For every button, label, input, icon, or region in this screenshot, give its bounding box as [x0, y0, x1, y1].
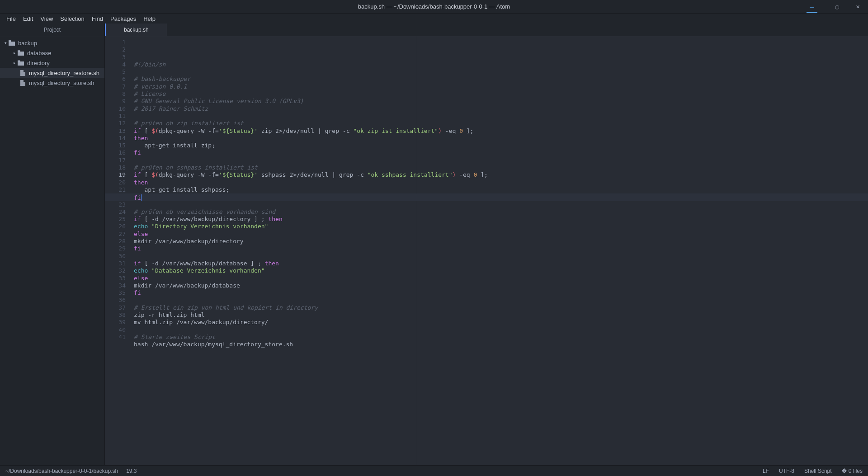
file-icon — [19, 70, 26, 76]
code-line[interactable]: # prüfen on sshpass installiert ist — [134, 164, 868, 171]
status-cursor-pos[interactable]: 19:3 — [126, 468, 137, 474]
line-number: 26 — [105, 223, 126, 230]
code-line[interactable]: echo "Database Verzeichnis vorhanden" — [134, 267, 868, 274]
line-gutter: 1234567891011121314151617181920212223242… — [105, 36, 129, 465]
file-icon — [19, 80, 26, 86]
status-eol[interactable]: LF — [763, 468, 769, 474]
code-line[interactable]: fi — [134, 289, 868, 297]
status-grammar[interactable]: Shell Script — [804, 468, 832, 474]
tree-root[interactable]: ▾ backup — [0, 38, 104, 48]
tree-root-label: backup — [18, 40, 37, 47]
line-number: 23 — [105, 201, 126, 208]
code-line[interactable]: mkdir /var/www/backup/database — [134, 282, 868, 289]
line-number: 31 — [105, 260, 126, 267]
line-number: 33 — [105, 275, 126, 282]
folder-icon — [17, 50, 24, 56]
line-number: 17 — [105, 157, 126, 164]
code-line[interactable]: # License — [134, 90, 868, 98]
code-area[interactable]: #!/bin/sh# bash-backupper# version 0.0.1… — [129, 36, 868, 465]
code-line[interactable] — [134, 297, 868, 304]
code-line[interactable]: # prüfen ob verzeichnisse vorhanden sind — [134, 208, 868, 216]
line-number: 2 — [105, 46, 126, 53]
minimize-button[interactable] — [807, 0, 817, 13]
code-line[interactable]: bash /var/www/backup/mysql_directory_sto… — [134, 341, 868, 348]
menu-file[interactable]: File — [3, 14, 19, 23]
code-line[interactable]: # bash-backupper — [134, 75, 868, 83]
code-line[interactable]: then — [134, 179, 868, 186]
line-number: 28 — [105, 238, 126, 245]
line-number: 41 — [105, 334, 126, 341]
code-line[interactable]: else — [134, 231, 868, 238]
line-number: 38 — [105, 311, 126, 319]
tab-backup-sh[interactable]: backup.sh — [105, 24, 167, 36]
text-cursor — [141, 194, 142, 201]
menu-selection[interactable]: Selection — [57, 14, 88, 23]
code-line[interactable]: if [ -d /var/www/backup/database ] ; the… — [134, 260, 868, 267]
code-line[interactable]: # Erstellt ein zip von html und kopiert … — [134, 304, 868, 311]
code-line[interactable]: #!/bin/sh — [134, 61, 868, 68]
code-line[interactable]: mv html.zip /var/www/backup/directory/ — [134, 319, 868, 326]
close-button[interactable] — [847, 0, 868, 14]
code-line[interactable]: if [ -d /var/www/backup/directory ] ; th… — [134, 216, 868, 223]
code-line[interactable] — [134, 113, 868, 120]
line-number: 20 — [105, 179, 126, 186]
tree-item-label: mysql_directory_restore.sh — [29, 70, 99, 76]
line-number: 25 — [105, 216, 126, 223]
code-line[interactable] — [134, 157, 868, 164]
menu-view[interactable]: View — [37, 14, 57, 23]
tree-file-restore[interactable]: mysql_directory_restore.sh — [0, 68, 104, 78]
menu-edit[interactable]: Edit — [19, 14, 37, 23]
code-line[interactable]: apt-get install zip; — [134, 142, 868, 149]
code-line[interactable] — [134, 68, 868, 75]
git-icon — [842, 468, 849, 474]
line-number: 30 — [105, 253, 126, 260]
tree-item-label: database — [27, 50, 52, 57]
code-line[interactable] — [134, 253, 868, 260]
status-git[interactable]: 0 files — [842, 468, 863, 474]
status-path[interactable]: ~/Downloads/bash-backupper-0-0-1/backup.… — [5, 468, 118, 474]
tree-file-store[interactable]: mysql_directory_store.sh — [0, 78, 104, 88]
code-line[interactable] — [134, 348, 868, 355]
code-line[interactable]: # prüfen ob zip installiert ist — [134, 120, 868, 127]
line-number: 19 — [105, 171, 126, 179]
line-number: 9 — [105, 98, 126, 105]
menu-help[interactable]: Help — [140, 14, 159, 23]
code-line[interactable] — [134, 201, 868, 208]
chevron-right-icon: ▸ — [12, 51, 17, 55]
statusbar: ~/Downloads/bash-backupper-0-0-1/backup.… — [0, 465, 868, 476]
code-line[interactable]: then — [134, 135, 868, 142]
tab-label: backup.sh — [124, 27, 149, 33]
window-controls — [807, 0, 868, 14]
code-line[interactable]: echo "Directory Verzeichnis vorhanden" — [134, 223, 868, 230]
tree-folder-directory[interactable]: ▸ directory — [0, 58, 104, 68]
code-line[interactable]: fi — [134, 149, 868, 156]
code-line[interactable] — [134, 356, 868, 363]
code-line[interactable]: # version 0.0.1 — [134, 83, 868, 90]
menu-find[interactable]: Find — [88, 14, 107, 23]
code-line[interactable]: if [ $(dpkg-query -W -f='${Status}' sshp… — [134, 171, 868, 179]
code-line[interactable]: zip -r html.zip html — [134, 311, 868, 319]
code-line[interactable] — [134, 326, 868, 334]
line-number: 16 — [105, 149, 126, 156]
code-line[interactable]: fi — [134, 245, 868, 252]
line-number: 10 — [105, 105, 126, 113]
code-line[interactable]: fi — [134, 193, 868, 201]
line-number: 11 — [105, 113, 126, 120]
maximize-button[interactable] — [826, 0, 847, 14]
status-encoding[interactable]: UTF-8 — [779, 468, 794, 474]
code-line[interactable]: else — [134, 275, 868, 282]
line-number: 1 — [105, 39, 126, 46]
code-line[interactable]: # Starte zweites Script — [134, 334, 868, 341]
tree-folder-database[interactable]: ▸ database — [0, 48, 104, 58]
code-line[interactable]: apt-get install sshpass; — [134, 186, 868, 193]
editor-pane: backup.sh 123456789101112131415161718192… — [105, 24, 868, 465]
code-line[interactable]: mkdir /var/www/backup/directory — [134, 238, 868, 245]
editor-body[interactable]: 1234567891011121314151617181920212223242… — [105, 36, 868, 465]
line-number: 29 — [105, 245, 126, 252]
menu-packages[interactable]: Packages — [107, 14, 140, 23]
menubar: File Edit View Selection Find Packages H… — [0, 14, 868, 24]
code-line[interactable]: if [ $(dpkg-query -W -f='${Status}' zip … — [134, 127, 868, 135]
code-line[interactable]: # 2017 Rainer Schmitz — [134, 105, 868, 113]
line-number: 13 — [105, 127, 126, 135]
code-line[interactable]: # GNU General Public License version 3.0… — [134, 98, 868, 105]
